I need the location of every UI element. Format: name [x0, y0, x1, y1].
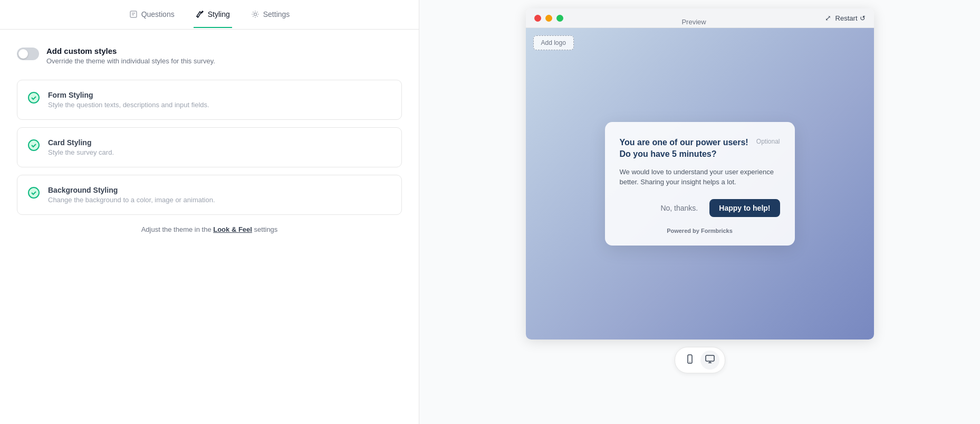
toggle-title: Add custom styles: [46, 46, 215, 55]
tab-questions[interactable]: Questions: [127, 2, 177, 28]
checkmark-icon: [31, 142, 37, 148]
svg-rect-0: [130, 11, 137, 17]
close-dot[interactable]: [534, 15, 541, 22]
svg-rect-6: [706, 355, 714, 361]
add-logo-button[interactable]: Add logo: [533, 35, 574, 50]
happy-to-help-button[interactable]: Happy to help!: [709, 199, 780, 217]
window-controls: [534, 15, 563, 22]
form-styling-check: [28, 92, 40, 103]
form-styling-desc: Style the question texts, descriptions a…: [48, 101, 209, 109]
styling-icon: [196, 10, 204, 18]
card-styling-desc: Style the survey card.: [48, 148, 114, 156]
form-styling-text: Form Styling Style the question texts, d…: [48, 91, 209, 109]
background-styling-desc: Change the background to a color, image …: [48, 196, 215, 204]
right-panel: Preview ⤢ Restart ↺ Add logo You are one…: [419, 0, 980, 424]
footer-note: Adjust the theme in the Look & Feel sett…: [17, 225, 402, 233]
background-styling-title: Background Styling: [48, 186, 215, 194]
titlebar-right: ⤢ Restart ↺: [825, 14, 866, 22]
device-switcher: [675, 347, 725, 373]
survey-buttons: No, thanks. Happy to help!: [620, 199, 780, 217]
svg-point-5: [689, 362, 690, 363]
custom-styles-toggle[interactable]: [17, 48, 39, 60]
tab-styling-label: Styling: [208, 10, 230, 18]
preview-label: Preview: [681, 18, 706, 26]
survey-card-header: You are one of our power users! Do you h…: [620, 137, 780, 161]
settings-icon: [251, 10, 260, 18]
custom-styles-toggle-row: Add custom styles Override the theme wit…: [17, 46, 402, 65]
brand-name: Formbricks: [701, 228, 733, 234]
toggle-label: Add custom styles Override the theme wit…: [46, 46, 215, 65]
tab-questions-label: Questions: [141, 10, 175, 18]
card-styling-text: Card Styling Style the survey card.: [48, 138, 114, 156]
tabs-bar: Questions Styling Settings: [0, 0, 419, 30]
optional-badge: Optional: [756, 138, 780, 145]
tab-settings[interactable]: Settings: [249, 2, 292, 28]
mobile-view-button[interactable]: [680, 351, 699, 370]
desktop-icon: [705, 354, 715, 366]
card-styling-check: [28, 139, 40, 151]
left-panel: Questions Styling Settings Add custom st…: [0, 0, 419, 424]
toggle-description: Override the theme with individual style…: [46, 57, 215, 65]
questions-icon: [129, 10, 138, 18]
form-styling-title: Form Styling: [48, 91, 209, 99]
background-styling-card[interactable]: Background Styling Change the background…: [17, 175, 402, 215]
powered-by-text: Powered by: [667, 228, 701, 234]
restart-icon: ↺: [860, 14, 866, 22]
footer-suffix: settings: [252, 225, 277, 233]
card-styling-card[interactable]: Card Styling Style the survey card.: [17, 127, 402, 167]
preview-titlebar: Preview ⤢ Restart ↺: [526, 8, 874, 28]
look-and-feel-link[interactable]: Look & Feel: [213, 225, 252, 233]
svg-point-3: [254, 13, 256, 16]
tab-settings-label: Settings: [263, 10, 290, 18]
expand-icon[interactable]: ⤢: [825, 14, 831, 22]
checkmark-icon: [31, 95, 37, 101]
restart-label: Restart: [835, 14, 858, 22]
content-area: Add custom styles Override the theme wit…: [0, 30, 419, 424]
powered-by: Powered by Formbricks: [620, 228, 780, 234]
preview-content: Add logo You are one of our power users!…: [526, 28, 874, 340]
survey-title: You are one of our power users! Do you h…: [620, 137, 751, 161]
checkmark-icon: [31, 190, 37, 196]
survey-description: We would love to understand your user ex…: [620, 167, 780, 187]
mobile-icon: [685, 354, 695, 366]
restart-button[interactable]: Restart ↺: [835, 14, 866, 22]
preview-window: Preview ⤢ Restart ↺ Add logo You are one…: [526, 8, 874, 340]
background-styling-check: [28, 187, 40, 199]
maximize-dot[interactable]: [556, 15, 563, 22]
no-thanks-button[interactable]: No, thanks.: [654, 200, 704, 216]
background-styling-text: Background Styling Change the background…: [48, 186, 215, 204]
desktop-view-button[interactable]: [700, 351, 719, 370]
card-styling-title: Card Styling: [48, 138, 114, 147]
survey-card: You are one of our power users! Do you h…: [605, 122, 795, 246]
tab-styling[interactable]: Styling: [194, 2, 232, 28]
form-styling-card[interactable]: Form Styling Style the question texts, d…: [17, 80, 402, 120]
footer-prefix: Adjust the theme in the: [141, 225, 214, 233]
minimize-dot[interactable]: [545, 15, 552, 22]
